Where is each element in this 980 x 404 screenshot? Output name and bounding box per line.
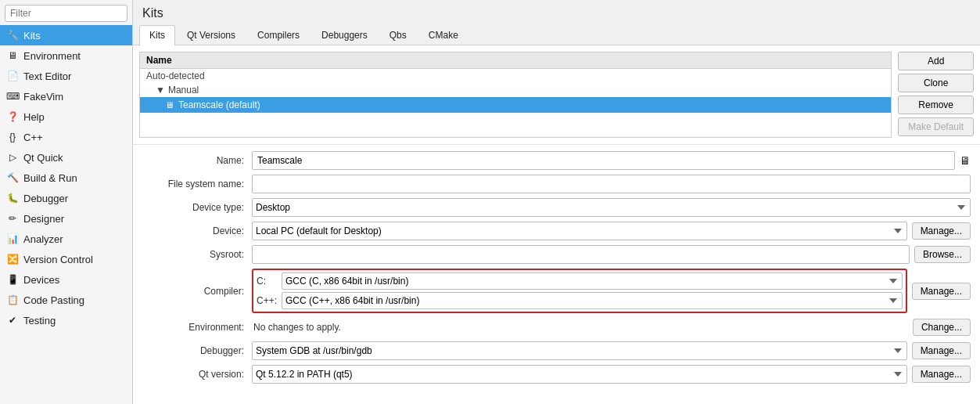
compiler-cpp-row: C++: GCC (C++, x86 64bit in /usr/bin) (257, 292, 903, 309)
device-manage-button[interactable]: Manage... (912, 222, 971, 240)
compiler-cpp-select[interactable]: GCC (C++, x86 64bit in /usr/bin) (282, 292, 903, 309)
devices-icon: 📱 (6, 273, 19, 286)
sidebar-item-kits[interactable]: 🔧 Kits (0, 25, 132, 45)
kits-item-teamscale[interactable]: 🖥 Teamscale (default) (140, 97, 891, 113)
sidebar-item-label: C++ (23, 132, 43, 143)
sidebar-item-help[interactable]: ❓ Help (0, 106, 132, 127)
sidebar-item-label: Environment (23, 50, 81, 62)
kits-action-buttons: Add Clone Remove Make Default (898, 52, 974, 138)
expand-icon: ▼ (156, 85, 165, 96)
content-area: Name Auto-detected ▼Manual 🖥 Teamscale (… (133, 45, 980, 404)
kit-icon-button[interactable]: 🖥 (960, 154, 971, 167)
form-row-name: Name: 🖥 (142, 151, 971, 170)
compiler-cpp-label: C++: (257, 295, 282, 306)
sysroot-browse-button[interactable]: Browse... (914, 246, 971, 263)
sidebar-item-label: Devices (23, 274, 59, 286)
form-row-environment: Environment: No changes to apply. Change… (142, 318, 971, 337)
sidebar-item-build-run[interactable]: 🔨 Build & Run (0, 168, 132, 188)
sidebar-item-debugger[interactable]: 🐛 Debugger (0, 188, 132, 208)
code-pasting-icon: 📋 (6, 294, 19, 306)
tab-qbs[interactable]: Qbs (379, 25, 417, 45)
build-run-icon: 🔨 (6, 171, 19, 184)
filter-input[interactable] (5, 5, 127, 22)
form-area: Name: 🖥 File system name: Device type: D… (133, 145, 980, 404)
sidebar-item-fakevim[interactable]: ⌨ FakeVim (0, 86, 132, 106)
environment-change-button[interactable]: Change... (913, 319, 971, 336)
tab-compilers[interactable]: Compilers (247, 25, 310, 45)
tab-cmake[interactable]: CMake (418, 25, 468, 45)
sidebar-item-label: Debugger (23, 193, 68, 204)
kits-item-label: Teamscale (default) (178, 99, 260, 110)
form-row-compiler: Compiler: C: GCC (C, x86 64bit in /usr/b… (142, 269, 971, 313)
kits-list[interactable]: Name Auto-detected ▼Manual 🖥 Teamscale (… (139, 52, 892, 138)
sidebar-item-label: Kits (23, 30, 41, 41)
sysroot-label: Sysroot: (142, 249, 252, 260)
form-row-filesystem: File system name: (142, 175, 971, 193)
name-label: Name: (142, 155, 252, 166)
kits-group-auto-detected[interactable]: Auto-detected (140, 69, 891, 83)
sidebar-item-analyzer[interactable]: 📊 Analyzer (0, 229, 132, 249)
make-default-button[interactable]: Make Default (898, 117, 974, 136)
qt-version-select[interactable]: Qt 5.12.2 in PATH (qt5) (252, 365, 907, 384)
name-input[interactable] (252, 151, 955, 170)
cpp-icon: {} (6, 131, 19, 143)
main-panel: Kits Kits Qt Versions Compilers Debugger… (133, 0, 980, 404)
clone-button[interactable]: Clone (898, 74, 974, 92)
form-row-qt-version: Qt version: Qt 5.12.2 in PATH (qt5) Mana… (142, 365, 971, 384)
sidebar-item-label: Version Control (23, 254, 93, 265)
kits-list-panel: Name Auto-detected ▼Manual 🖥 Teamscale (… (133, 45, 980, 145)
page-title: Kits (133, 0, 980, 25)
sidebar-item-designer[interactable]: ✏ Designer (0, 208, 132, 229)
compiler-c-label: C: (257, 276, 282, 287)
tab-qt-versions[interactable]: Qt Versions (177, 25, 246, 45)
testing-icon: ✔ (6, 314, 19, 326)
sidebar-item-label: Qt Quick (23, 152, 63, 164)
text-editor-icon: 📄 (6, 70, 19, 82)
filesystem-label: File system name: (142, 179, 252, 189)
sidebar-item-label: Help (23, 111, 45, 123)
version-control-icon: 🔀 (6, 253, 19, 265)
environment-label: Environment: (142, 322, 252, 333)
fakevim-icon: ⌨ (6, 90, 19, 103)
sidebar-item-environment[interactable]: 🖥 Environment (0, 45, 132, 66)
sidebar: 🔧 Kits 🖥 Environment 📄 Text Editor ⌨ Fak… (0, 0, 133, 404)
analyzer-icon: 📊 (6, 233, 19, 245)
sidebar-item-label: Analyzer (23, 233, 63, 245)
remove-button[interactable]: Remove (898, 96, 974, 114)
device-type-select[interactable]: Desktop (252, 198, 971, 217)
form-row-debugger: Debugger: System GDB at /usr/bin/gdb Man… (142, 341, 971, 360)
form-row-device: Device: Local PC (default for Desktop) M… (142, 222, 971, 240)
debugger-label: Debugger: (142, 345, 252, 356)
sidebar-item-label: Build & Run (23, 172, 77, 184)
sysroot-input[interactable] (252, 245, 910, 264)
debugger-manage-button[interactable]: Manage... (912, 342, 971, 359)
help-icon: ❓ (6, 110, 19, 123)
kits-group-manual: ▼Manual (140, 83, 891, 97)
form-row-sysroot: Sysroot: Browse... (142, 245, 971, 264)
device-type-label: Device type: (142, 202, 252, 213)
debugger-icon: 🐛 (6, 192, 19, 204)
filesystem-input[interactable] (252, 175, 971, 193)
sidebar-item-code-pasting[interactable]: 📋 Code Pasting (0, 290, 132, 310)
qt-version-manage-button[interactable]: Manage... (912, 366, 971, 383)
sidebar-item-text-editor[interactable]: 📄 Text Editor (0, 66, 132, 86)
add-button[interactable]: Add (898, 52, 974, 70)
compiler-manage-button[interactable]: Manage... (912, 283, 971, 300)
sidebar-item-label: Code Pasting (23, 294, 84, 306)
tab-kits[interactable]: Kits (139, 25, 175, 45)
compiler-c-select[interactable]: GCC (C, x86 64bit in /usr/bin) (282, 272, 903, 290)
sidebar-item-devices[interactable]: 📱 Devices (0, 269, 132, 290)
sidebar-item-cpp[interactable]: {} C++ (0, 127, 132, 147)
device-label: Device: (142, 225, 252, 236)
tabs-bar: Kits Qt Versions Compilers Debuggers Qbs… (133, 25, 980, 45)
form-row-device-type: Device type: Desktop (142, 198, 971, 217)
sidebar-item-label: Designer (23, 213, 64, 225)
sidebar-item-testing[interactable]: ✔ Testing (0, 310, 132, 330)
tab-debuggers[interactable]: Debuggers (311, 25, 378, 45)
environment-value: No changes to apply. (252, 322, 908, 333)
compiler-section: C: GCC (C, x86 64bit in /usr/bin) C++: G… (252, 269, 907, 313)
sidebar-item-qt-quick[interactable]: ▷ Qt Quick (0, 147, 132, 168)
device-select[interactable]: Local PC (default for Desktop) (252, 222, 907, 240)
sidebar-item-version-control[interactable]: 🔀 Version Control (0, 249, 132, 269)
debugger-select[interactable]: System GDB at /usr/bin/gdb (252, 341, 907, 360)
